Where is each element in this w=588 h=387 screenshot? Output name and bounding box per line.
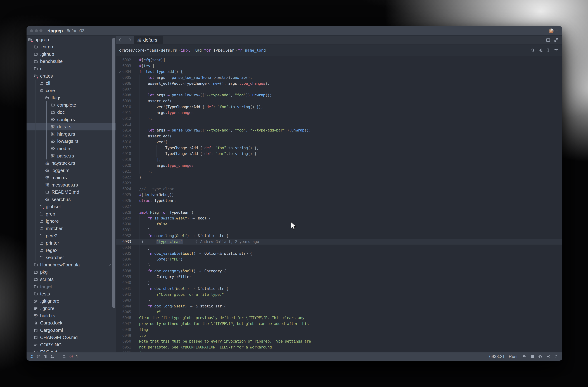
code-line-6950[interactable]: 6950Note that this must be passed to eve… [116, 338, 562, 344]
edit-prediction-button[interactable] [522, 354, 527, 359]
code-line-6903[interactable]: 6903#[test] [116, 63, 562, 69]
code-line-6913[interactable]: 6913 [116, 122, 562, 127]
code-line-6935[interactable]: 6935 fn doc_variable(&self) → Option<&'s… [116, 250, 562, 256]
code-line-6905[interactable]: 6905 let args = parse_low_raw(None::<&st… [116, 75, 562, 81]
code-line-6951[interactable]: 6951not persisted. See \fBCONFIGURATION … [116, 344, 562, 350]
sidebar-item-doc[interactable]: doc [26, 109, 116, 116]
buffer-search-button[interactable] [530, 47, 535, 53]
code-line-6909[interactable]: 6909 assert_eq!( [116, 98, 562, 104]
sidebar-item-pkg[interactable]: pkg [26, 268, 116, 276]
code-line-6931[interactable]: 6931 } [116, 227, 562, 233]
code-line-6937[interactable]: 6937 } [116, 262, 562, 268]
code-line-6920[interactable]: 6920 args.type_changes [116, 163, 562, 168]
code-line-6929[interactable]: 6929 fn is_switch(&self) → bool { [116, 215, 562, 221]
sidebar-item-hiargs-rs[interactable]: Rhiargs.rs [26, 130, 116, 138]
code-line-6914[interactable]: 6914 let args = parse_low_raw(["--type-a… [116, 127, 562, 133]
sidebar-item-build-rs[interactable]: Rbuild.rs [26, 312, 116, 320]
sidebar-item-changelog-md[interactable]: CHANGELOG.md [26, 334, 116, 341]
sidebar-item-main-rs[interactable]: Rmain.rs [26, 174, 116, 181]
project-name[interactable]: ripgrep [47, 28, 63, 33]
code-line-6919[interactable]: 6919 ], [116, 157, 562, 163]
sidebar-item--cargo[interactable]: .cargo [26, 43, 116, 51]
minimize-button[interactable] [35, 29, 38, 32]
code-line-6938[interactable]: 6938 fn doc_category(&self) → Category { [116, 268, 562, 274]
code-line-6927[interactable]: 6927 [116, 204, 562, 209]
nav-forward-button[interactable] [126, 38, 132, 42]
sidebar-item-flags[interactable]: flags [26, 94, 116, 102]
code-line-6910[interactable]: 6910 vec![TypeChange::Add { def: "foo".t… [116, 104, 562, 110]
edit-menu-button[interactable] [546, 47, 551, 53]
sidebar-item-complete[interactable]: complete [26, 102, 116, 109]
code-line-6934[interactable]: 6934 } [116, 244, 562, 250]
code-line-6926[interactable]: 6926struct TypeClear; [116, 198, 562, 204]
debugger-button[interactable] [537, 354, 543, 359]
code-line-6912[interactable]: 6912 ); [116, 116, 562, 122]
outline-panel-toggle[interactable] [42, 354, 48, 359]
sidebar-item-ci[interactable]: ci [26, 65, 116, 72]
sidebar-item-config-rs[interactable]: Rconfig.rs [26, 116, 116, 123]
sidebar-item-pcre2[interactable]: pcre2 [26, 232, 116, 240]
collab-panel-toggle[interactable] [49, 354, 55, 359]
chevron-down-icon[interactable] [555, 28, 559, 34]
code-line-6916[interactable]: 6916 vec![ [116, 139, 562, 145]
sidebar-item-parse-rs[interactable]: Rparse.rs [26, 152, 116, 160]
code-line-6946[interactable]: 6946Clear the file type globs previously… [116, 315, 562, 321]
cursor-position[interactable]: 6933:21 [489, 354, 505, 359]
code-line-6904[interactable]: 6904fn test_type_add() { [116, 69, 562, 75]
code-line-6949[interactable]: 6949.sp [116, 332, 562, 338]
sidebar-item-readme-md[interactable]: README.md [26, 188, 116, 196]
sidebar-item-searcher[interactable]: searcher [26, 254, 116, 261]
sidebar-item-defs-rs[interactable]: Rdefs.rs [26, 123, 116, 131]
zoom-pane-button[interactable] [553, 37, 559, 43]
sidebar-item-printer[interactable]: printer [26, 239, 116, 247]
sidebar-item--gitignore[interactable]: .gitignore [26, 298, 116, 305]
editor-controls-button[interactable] [553, 47, 559, 53]
sidebar-item-cargo-toml[interactable]: Cargo.toml [26, 327, 116, 334]
sidebar-item-matcher[interactable]: matcher [26, 225, 116, 232]
code-line-6942[interactable]: 6942 r"Clear globs for a file type." [116, 291, 562, 297]
sidebar-item-faq-md[interactable]: FAQ.md [26, 348, 116, 352]
code-line-6906[interactable]: 6906 assert_eq!(Vec::<TypeChange>::new()… [116, 81, 562, 86]
terminal-toggle[interactable] [529, 354, 535, 359]
code-line-6945[interactable]: 6945 r" [116, 309, 562, 315]
sidebar-item-messages-rs[interactable]: Rmessages.rs [26, 181, 116, 189]
sidebar-item-tests[interactable]: tests [26, 290, 116, 298]
diagnostics-indicator[interactable]: 1 [68, 354, 78, 359]
code-line-6923[interactable]: 6923 [116, 180, 562, 186]
nav-back-button[interactable] [118, 38, 123, 42]
code-line-6907[interactable]: 6907 [116, 86, 562, 92]
sidebar-item-target[interactable]: target [26, 283, 116, 290]
code-line-6908[interactable]: 6908 let args = parse_low_raw(["--type-a… [116, 92, 562, 98]
code-line-6944[interactable]: 6944 fn doc_long(&self) → &'static str { [116, 303, 562, 309]
code-line-6940[interactable]: 6940 } [116, 280, 562, 285]
code-line-6924[interactable]: 6924/// --type-clear [116, 186, 562, 192]
sidebar-item-cargo-lock[interactable]: Cargo.lock [26, 319, 116, 327]
sidebar-item-haystack-rs[interactable]: Rhaystack.rs [26, 160, 116, 167]
runnable-indicator-icon[interactable] [118, 70, 121, 73]
code-line-6939[interactable]: 6939 Category::Filter [116, 274, 562, 280]
code-action-lightning-icon[interactable] [141, 240, 144, 244]
sidebar-item-core[interactable]: core [26, 87, 116, 94]
sidebar-item-benchsuite[interactable]: benchsuite [26, 58, 116, 65]
sidebar-item-homebrewformula[interactable]: HomebrewFormula [26, 261, 116, 268]
code-line-6921[interactable]: 6921 ); [116, 168, 562, 174]
notifications-button[interactable] [553, 354, 559, 359]
sidebar-item-grep[interactable]: grep [26, 210, 116, 218]
sidebar-item-scripts[interactable]: scripts [26, 276, 116, 283]
sidebar-item-ignore[interactable]: ignore [26, 218, 116, 225]
close-button[interactable] [30, 29, 33, 32]
code-line-6941[interactable]: 6941 fn doc_short(&self) → &'static str … [116, 285, 562, 291]
code-line-6918[interactable]: 6918 TypeChange::Add { def: "bar".to_str… [116, 151, 562, 157]
breadcrumb[interactable]: crates/core/flags/defs.rs›impl Flag for … [119, 48, 266, 53]
code-line-6911[interactable]: 6911 args.type_changes [116, 110, 562, 116]
code-line-6928[interactable]: 6928impl Flag for TypeClear { [116, 209, 562, 215]
code-line-6933[interactable]: 6933 "type-clear"Andrew Gallant, 2 years… [116, 239, 562, 244]
assistant-button[interactable] [545, 354, 551, 359]
language-mode[interactable]: Rust [509, 354, 518, 359]
sidebar-item--ignore[interactable]: .ignore [26, 305, 116, 312]
code-line-6917[interactable]: 6917 TypeChange::Add { def: "foo".to_str… [116, 145, 562, 151]
sidebar-item-copying[interactable]: COPYING [26, 341, 116, 348]
code-line-6936[interactable]: 6936 Some("TYPE") [116, 256, 562, 262]
sidebar-item-crates[interactable]: crates [26, 72, 116, 80]
code-line-6925[interactable]: 6925#[derive(Debug)] [116, 192, 562, 198]
